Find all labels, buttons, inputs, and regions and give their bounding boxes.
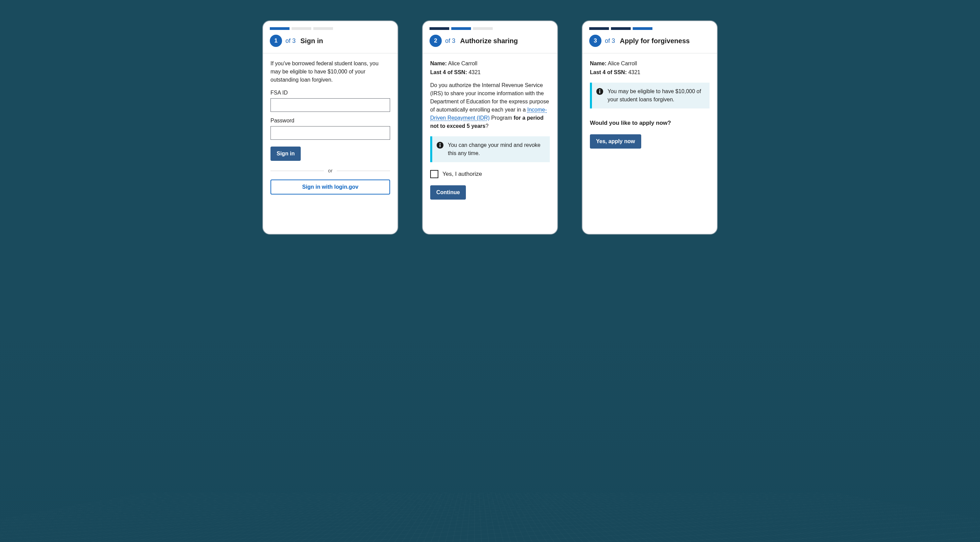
progress-seg-2 [451,27,471,30]
step-title: Authorize sharing [460,37,518,45]
step-body: If you've borrowed federal student loans… [263,53,398,202]
step-title: Apply for forgiveness [620,37,690,45]
authorize-question: Do you authorize the Internal Revenue Se… [430,81,550,130]
step-number-badge: 2 [430,35,442,47]
progress-seg-3 [473,27,493,30]
progress-bar [263,21,398,30]
info-icon [436,142,444,149]
apply-question: Would you like to apply now? [590,119,710,128]
step-number-badge: 3 [589,35,601,47]
svg-rect-1 [440,145,441,147]
phone-step-1: 1 of 3 Sign in If you've borrowed federa… [262,21,398,234]
progress-seg-1 [430,27,449,30]
info-callout: You can change your mind and revoke this… [430,136,550,162]
progress-seg-1 [589,27,609,30]
svg-point-2 [439,143,441,144]
progress-seg-2 [291,27,311,30]
info-icon [596,88,603,95]
step-number-badge: 1 [270,35,282,47]
ssn-line: Last 4 of SSN: 4321 [430,69,550,77]
info-text: You may be eligible to have $10,000 of y… [608,88,704,104]
info-text: You can change your mind and revoke this… [448,141,544,158]
apply-now-button[interactable]: Yes, apply now [590,134,641,148]
step-header: 1 of 3 Sign in [263,30,398,53]
phone-step-2: 2 of 3 Authorize sharing Name: Alice Car… [422,21,558,234]
step-of-label: of 3 [285,37,296,45]
step-of-label: of 3 [605,37,615,45]
progress-seg-3 [633,27,652,30]
fsa-id-input[interactable] [270,98,390,112]
ssn-line: Last 4 of SSN: 4321 [590,69,710,77]
continue-button[interactable]: Continue [430,185,466,199]
step-header: 2 of 3 Authorize sharing [423,30,557,53]
intro-text: If you've borrowed federal student loans… [270,59,390,84]
user-name-line: Name: Alice Carroll [590,59,710,68]
authorize-checkbox-row[interactable]: Yes, I authorize [430,170,550,179]
svg-point-5 [599,89,600,91]
step-title: Sign in [301,37,323,45]
or-label: or [328,167,332,175]
progress-bar [423,21,557,30]
step-header: 3 of 3 Apply for forgiveness [582,30,717,53]
phone-step-3: 3 of 3 Apply for forgiveness Name: Alice… [582,21,718,234]
authorize-checkbox-label: Yes, I authorize [442,170,482,179]
progress-seg-3 [313,27,333,30]
authorize-checkbox[interactable] [430,170,438,178]
password-label: Password [270,116,390,125]
or-divider: or [270,167,390,175]
progress-bar [582,21,717,30]
info-callout: You may be eligible to have $10,000 of y… [590,83,710,108]
step-body: Name: Alice Carroll Last 4 of SSN: 4321 … [423,53,557,207]
step-body: Name: Alice Carroll Last 4 of SSN: 4321 … [582,53,717,156]
step-of-label: of 3 [445,37,455,45]
progress-seg-2 [611,27,631,30]
fsa-id-label: FSA ID [270,89,390,97]
svg-rect-4 [600,91,600,93]
user-name-line: Name: Alice Carroll [430,59,550,68]
login-gov-button[interactable]: Sign in with login.gov [270,180,390,194]
password-input[interactable] [270,126,390,140]
progress-seg-1 [270,27,290,30]
sign-in-button[interactable]: Sign in [270,147,301,161]
